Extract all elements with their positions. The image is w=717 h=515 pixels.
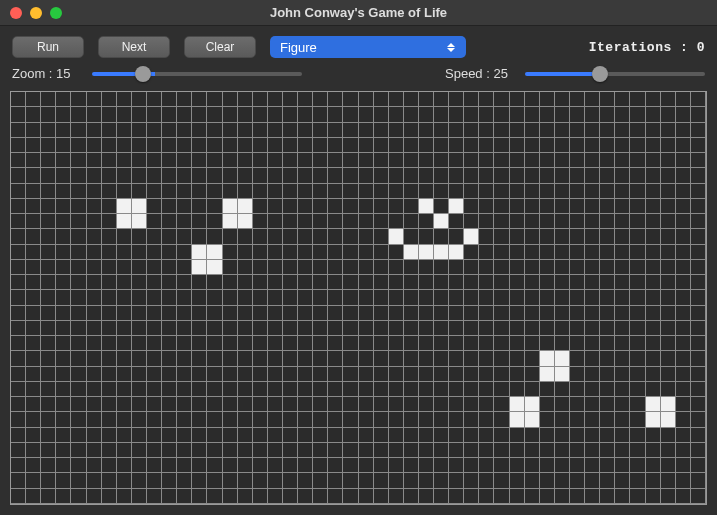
grid-cell[interactable] (26, 458, 41, 473)
grid-cell[interactable] (328, 138, 343, 153)
grid-cell[interactable] (434, 107, 449, 122)
grid-cell[interactable] (540, 443, 555, 458)
grid-cell[interactable] (510, 184, 525, 199)
grid-cell[interactable] (177, 184, 192, 199)
grid-cell[interactable] (555, 321, 570, 336)
grid-cell[interactable] (253, 123, 268, 138)
grid-cell[interactable] (359, 153, 374, 168)
grid-cell[interactable] (71, 382, 86, 397)
grid-cell[interactable] (449, 321, 464, 336)
grid-cell[interactable] (177, 229, 192, 244)
grid-cell[interactable] (177, 397, 192, 412)
grid-cell[interactable] (585, 351, 600, 366)
grid-cell[interactable] (359, 275, 374, 290)
grid-cell[interactable] (359, 397, 374, 412)
grid-cell[interactable] (147, 123, 162, 138)
grid-cell[interactable] (449, 382, 464, 397)
grid-cell[interactable] (464, 428, 479, 443)
grid-cell[interactable] (56, 306, 71, 321)
grid-cell[interactable] (283, 168, 298, 183)
grid-cell[interactable] (223, 428, 238, 443)
grid-cell[interactable] (691, 214, 706, 229)
grid-cell[interactable] (479, 412, 494, 427)
grid-cell[interactable] (11, 473, 26, 488)
grid-cell[interactable] (253, 92, 268, 107)
grid-cell[interactable] (177, 458, 192, 473)
grid-cell[interactable] (570, 367, 585, 382)
grid-cell[interactable] (328, 336, 343, 351)
grid-cell[interactable] (87, 138, 102, 153)
grid-cell[interactable] (479, 290, 494, 305)
grid-cell[interactable] (434, 138, 449, 153)
grid-cell[interactable] (177, 92, 192, 107)
grid-cell[interactable] (691, 351, 706, 366)
grid-cell[interactable] (343, 458, 358, 473)
grid-cell[interactable] (11, 184, 26, 199)
grid-cell[interactable] (494, 260, 509, 275)
grid-cell[interactable] (676, 214, 691, 229)
grid-cell[interactable] (419, 153, 434, 168)
grid-cell[interactable] (87, 260, 102, 275)
grid-cell[interactable] (570, 336, 585, 351)
grid-cell[interactable] (570, 275, 585, 290)
grid-cell[interactable] (87, 229, 102, 244)
grid-cell[interactable] (691, 275, 706, 290)
grid-cell[interactable] (434, 214, 449, 229)
grid-cell[interactable] (691, 107, 706, 122)
grid-cell[interactable] (494, 214, 509, 229)
grid-cell[interactable] (525, 306, 540, 321)
grid-cell[interactable] (192, 184, 207, 199)
grid-cell[interactable] (374, 168, 389, 183)
grid-cell[interactable] (434, 412, 449, 427)
grid-cell[interactable] (525, 473, 540, 488)
grid-cell[interactable] (661, 367, 676, 382)
grid-cell[interactable] (540, 397, 555, 412)
grid-cell[interactable] (207, 443, 222, 458)
grid-cell[interactable] (132, 397, 147, 412)
grid-cell[interactable] (630, 321, 645, 336)
grid-cell[interactable] (207, 229, 222, 244)
grid-cell[interactable] (207, 367, 222, 382)
grid-cell[interactable] (268, 397, 283, 412)
grid-cell[interactable] (56, 199, 71, 214)
grid-cell[interactable] (268, 458, 283, 473)
grid-cell[interactable] (192, 214, 207, 229)
grid-cell[interactable] (525, 290, 540, 305)
grid-cell[interactable] (646, 184, 661, 199)
grid-cell[interactable] (404, 443, 419, 458)
grid-cell[interactable] (102, 107, 117, 122)
grid-cell[interactable] (615, 275, 630, 290)
grid-cell[interactable] (207, 351, 222, 366)
grid-cell[interactable] (479, 275, 494, 290)
grid-cell[interactable] (162, 168, 177, 183)
grid-cell[interactable] (132, 229, 147, 244)
grid-cell[interactable] (117, 397, 132, 412)
grid-cell[interactable] (374, 290, 389, 305)
grid-cell[interactable] (464, 229, 479, 244)
grid-cell[interactable] (223, 321, 238, 336)
grid-cell[interactable] (313, 245, 328, 260)
grid-cell[interactable] (87, 397, 102, 412)
grid-cell[interactable] (283, 184, 298, 199)
grid-cell[interactable] (479, 382, 494, 397)
grid-cell[interactable] (479, 428, 494, 443)
grid-cell[interactable] (132, 428, 147, 443)
grid-cell[interactable] (328, 428, 343, 443)
grid-cell[interactable] (389, 412, 404, 427)
grid-cell[interactable] (147, 275, 162, 290)
grid-cell[interactable] (328, 306, 343, 321)
grid-cell[interactable] (646, 397, 661, 412)
grid-cell[interactable] (555, 382, 570, 397)
grid-cell[interactable] (11, 275, 26, 290)
grid-cell[interactable] (298, 199, 313, 214)
grid-cell[interactable] (117, 321, 132, 336)
grid-cell[interactable] (570, 260, 585, 275)
grid-cell[interactable] (192, 168, 207, 183)
grid-cell[interactable] (676, 138, 691, 153)
grid-cell[interactable] (177, 367, 192, 382)
grid-cell[interactable] (26, 275, 41, 290)
grid-cell[interactable] (313, 184, 328, 199)
grid-cell[interactable] (268, 382, 283, 397)
grid-cell[interactable] (570, 214, 585, 229)
grid-cell[interactable] (615, 290, 630, 305)
